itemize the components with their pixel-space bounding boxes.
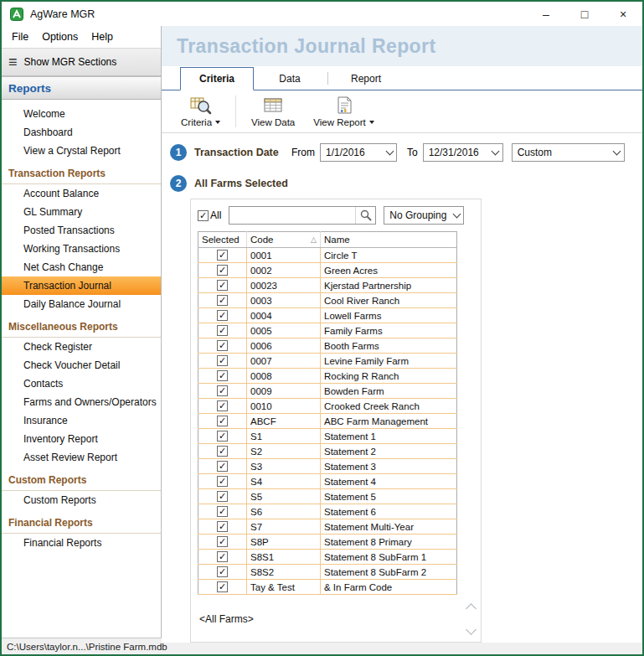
table-row[interactable]: S1 Statement 1 <box>198 429 457 444</box>
table-row[interactable]: Tay & Test & In Farm Code <box>198 580 457 595</box>
close-button[interactable]: × <box>604 2 642 26</box>
row-checkbox[interactable] <box>217 280 228 291</box>
row-checkbox[interactable] <box>217 400 228 411</box>
column-header-name[interactable]: Name <box>321 232 457 248</box>
reports-section-header[interactable]: Reports <box>2 76 161 100</box>
table-row[interactable]: S3 Statement 3 <box>198 459 457 474</box>
view-report-button[interactable]: View Report <box>306 94 381 129</box>
row-checkbox[interactable] <box>217 325 228 336</box>
sidebar-item-label: Dashboard <box>23 127 73 138</box>
scroll-up-icon[interactable] <box>466 603 477 614</box>
sidebar-item[interactable]: Check Voucher Detail <box>2 356 161 374</box>
sidebar-item[interactable]: Asset Review Report <box>2 448 161 467</box>
maximize-button[interactable]: □ <box>565 2 604 26</box>
sidebar-item[interactable]: Net Cash Change <box>2 258 161 276</box>
table-row[interactable]: 0007 Levine Family Farm <box>198 354 457 369</box>
sidebar-item-label: Working Transactions <box>23 243 120 255</box>
menu-options[interactable]: Options <box>35 28 85 45</box>
row-checkbox[interactable] <box>217 551 228 562</box>
row-checkbox[interactable] <box>217 295 228 306</box>
row-checkbox[interactable] <box>217 265 228 276</box>
farm-name-cell: Booth Farms <box>321 338 457 354</box>
tab-report[interactable]: Report <box>330 68 402 90</box>
sidebar-item[interactable]: Dashboard <box>2 123 161 142</box>
table-row[interactable]: S6 Statement 6 <box>198 504 457 519</box>
row-checkbox[interactable] <box>217 446 228 457</box>
row-checkbox[interactable] <box>217 581 228 592</box>
criteria-tool-button[interactable]: Criteria <box>173 94 228 129</box>
minimize-button[interactable]: – <box>527 2 565 26</box>
table-row[interactable]: 0004 Lowell Farms <box>198 308 457 323</box>
row-checkbox[interactable] <box>217 461 228 472</box>
scroll-down-icon[interactable] <box>466 624 477 635</box>
table-row[interactable]: S4 Statement 4 <box>198 474 457 489</box>
sidebar-item[interactable]: Farms and Owners/Operators <box>2 393 161 411</box>
grouping-select[interactable]: No Grouping <box>384 206 464 225</box>
search-button[interactable] <box>355 207 375 224</box>
select-all-control[interactable]: All <box>198 209 221 221</box>
sidebar-item[interactable]: View a Crystal Report <box>2 142 161 160</box>
table-row[interactable]: S8P Statement 8 Primary <box>198 535 457 550</box>
to-date-select[interactable]: 12/31/2016 <box>423 143 503 162</box>
sidebar-item[interactable]: Transaction Journal <box>2 276 161 295</box>
sidebar-item[interactable]: Account Balance <box>2 184 161 203</box>
show-mgr-sections-button[interactable]: ≡ Show MGR Sections <box>2 48 161 76</box>
view-data-button[interactable]: View Data <box>244 94 302 129</box>
date-preset-select[interactable]: Custom <box>512 143 625 162</box>
row-checkbox[interactable] <box>217 355 228 366</box>
sidebar-item[interactable]: Contacts <box>2 374 161 393</box>
column-header-code[interactable]: Code △ <box>247 232 321 248</box>
table-row[interactable]: 0002 Green Acres <box>198 263 457 278</box>
row-checkbox[interactable] <box>217 340 228 351</box>
sidebar-entries: Welcome Dashboard View a Crystal Report … <box>2 100 161 638</box>
sidebar-item[interactable]: Inventory Report <box>2 430 161 448</box>
table-row[interactable]: 0008 Rocking R Ranch <box>198 369 457 384</box>
farm-code-cell: 0005 <box>247 323 321 338</box>
row-checkbox[interactable] <box>217 566 228 577</box>
all-farms-checkbox[interactable] <box>198 210 209 221</box>
table-row[interactable]: S8S1 Statement 8 SubFarm 1 <box>198 550 457 565</box>
sidebar-item[interactable]: GL Summary <box>2 203 161 221</box>
row-checkbox[interactable] <box>217 310 228 321</box>
column-header-selected[interactable]: Selected <box>198 232 247 248</box>
tab-criteria[interactable]: Criteria <box>180 67 254 90</box>
table-row[interactable]: S7 Statement Multi-Year <box>198 519 457 535</box>
table-row[interactable]: S5 Statement 5 <box>198 489 457 504</box>
row-checkbox[interactable] <box>217 536 228 547</box>
sidebar-item[interactable]: Working Transactions <box>2 240 161 258</box>
table-row[interactable]: 0005 Family Farms <box>198 323 457 338</box>
sidebar-item[interactable]: Check Register <box>2 338 161 356</box>
sidebar-item[interactable]: Insurance <box>2 411 161 430</box>
farm-search-row: All <box>198 206 474 225</box>
row-checkbox[interactable] <box>217 431 228 442</box>
table-row[interactable]: ABCF ABC Farm Management <box>198 414 457 429</box>
sidebar-item[interactable]: Daily Balance Journal <box>2 295 161 313</box>
row-checkbox[interactable] <box>217 521 228 532</box>
farm-code-cell: Tay & Test <box>247 580 321 595</box>
sidebar-item[interactable]: Welcome <box>2 105 161 123</box>
table-row[interactable]: 0001 Circle T <box>198 248 457 263</box>
row-checkbox[interactable] <box>217 370 228 381</box>
row-checkbox[interactable] <box>217 385 228 396</box>
table-row[interactable]: S8S2 Statement 8 SubFarm 2 <box>198 565 457 580</box>
menu-file[interactable]: File <box>5 28 35 45</box>
sidebar-item[interactable]: Custom Reports <box>2 491 161 509</box>
sidebar-item[interactable]: Posted Transactions <box>2 221 161 240</box>
scroll-buttons <box>467 605 475 633</box>
table-row[interactable]: 0009 Bowden Farm <box>198 384 457 399</box>
tab-data[interactable]: Data <box>254 68 326 90</box>
farm-search-input[interactable] <box>229 207 355 224</box>
row-checkbox[interactable] <box>217 416 228 426</box>
menu-help[interactable]: Help <box>85 28 120 45</box>
row-checkbox[interactable] <box>217 250 228 261</box>
from-date-select[interactable]: 1/1/2016 <box>320 143 397 162</box>
table-row[interactable]: 00023 Kjerstad Partnership <box>198 278 457 293</box>
table-row[interactable]: S2 Statement 2 <box>198 444 457 459</box>
table-row[interactable]: 0003 Cool River Ranch <box>198 293 457 308</box>
row-checkbox[interactable] <box>217 476 228 487</box>
sidebar-item[interactable]: Financial Reports <box>2 534 161 552</box>
table-row[interactable]: 0006 Booth Farms <box>198 338 457 354</box>
row-checkbox[interactable] <box>217 491 228 502</box>
table-row[interactable]: 0010 Crooked Creek Ranch <box>198 399 457 414</box>
row-checkbox[interactable] <box>217 506 228 517</box>
